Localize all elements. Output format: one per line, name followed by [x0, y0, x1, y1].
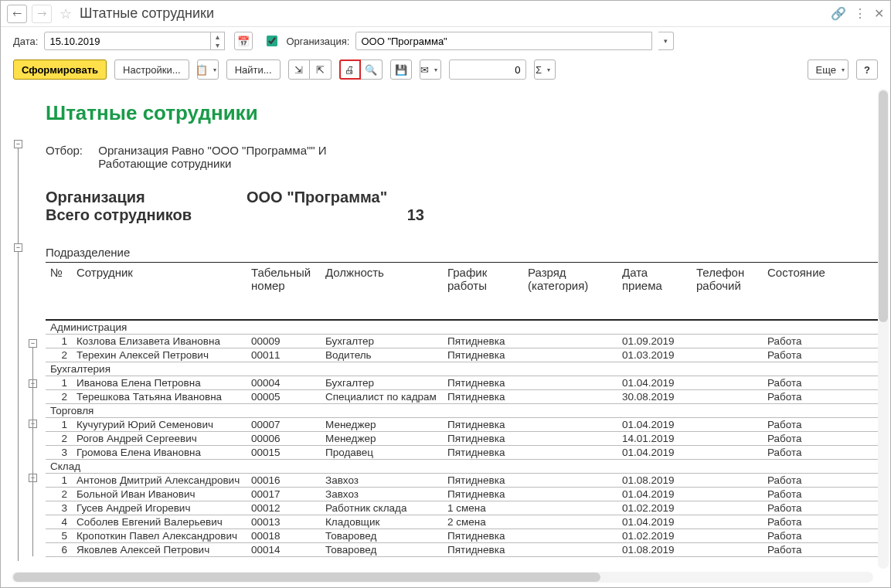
- cell-state: Работа: [763, 376, 879, 389]
- table-row[interactable]: 1Антонов Дмитрий Александрович00016Завхо…: [46, 473, 879, 487]
- cell-state: Работа: [763, 529, 879, 542]
- date-label: Дата:: [13, 36, 38, 47]
- cell-hired: 30.08.2019: [617, 389, 692, 403]
- collapse-toggle-icon[interactable]: −: [14, 140, 22, 148]
- cell-hired: 01.02.2019: [617, 501, 692, 515]
- report-title: Штатные сотрудники: [46, 101, 879, 125]
- variants-button[interactable]: 📋▾: [197, 59, 219, 80]
- cell-pos: Завхоз: [321, 473, 443, 487]
- collapse-toggle-icon[interactable]: −: [14, 243, 22, 252]
- cell-emp: Терехин Алексей Петрович: [72, 348, 247, 362]
- cell-rank: [523, 487, 617, 501]
- cell-tab: 00006: [247, 431, 321, 445]
- collapse-toggle-icon[interactable]: −: [29, 339, 37, 348]
- cell-sched: Пятидневка: [443, 417, 523, 431]
- table-row[interactable]: 6Яковлев Алексей Петрович00014ТовароведП…: [46, 542, 879, 556]
- subdivision-label: Подразделение: [46, 246, 879, 259]
- save-button[interactable]: 💾: [390, 59, 412, 80]
- cell-tab: 00018: [247, 529, 321, 542]
- cell-state: Работа: [763, 431, 879, 445]
- more-button[interactable]: Еще▾: [808, 59, 848, 80]
- cell-tab: 00011: [247, 348, 321, 362]
- cell-rank: [523, 515, 617, 529]
- table-row[interactable]: 3Гусев Андрей Игоревич00012Работник скла…: [46, 501, 879, 515]
- find-button[interactable]: Найти...: [226, 59, 281, 80]
- cell-sched: 1 смена: [443, 501, 523, 515]
- table-row[interactable]: 2Терехин Алексей Петрович00011ВодительПя…: [46, 348, 879, 362]
- calendar-icon[interactable]: 📅: [234, 32, 253, 50]
- cell-sched: Пятидневка: [443, 389, 523, 403]
- table-row[interactable]: 1Кучугурий Юрий Семенович00007МенеджерПя…: [46, 417, 879, 431]
- cell-tab: 00013: [247, 515, 321, 529]
- print-button[interactable]: 🖨: [339, 59, 361, 80]
- cell-pos: Менеджер: [321, 431, 443, 445]
- cell-phone: [692, 529, 763, 542]
- cell-emp: Антонов Дмитрий Александрович: [72, 473, 247, 487]
- cell-phone: [692, 334, 763, 348]
- settings-button[interactable]: Настройки...: [114, 59, 189, 80]
- help-button[interactable]: ?: [856, 59, 878, 80]
- cell-rank: [523, 348, 617, 362]
- org-filter-checkbox[interactable]: [267, 36, 277, 46]
- collapse-all-button[interactable]: ⇱: [310, 59, 332, 80]
- cell-pos: Менеджер: [321, 417, 443, 431]
- close-icon[interactable]: ✕: [874, 6, 884, 21]
- cell-emp: Больной Иван Иванович: [72, 487, 247, 501]
- nav-forward-button[interactable]: 🡒: [32, 5, 52, 23]
- cell-phone: [692, 348, 763, 362]
- cell-hired: 01.08.2019: [617, 473, 692, 487]
- cell-tab: 00015: [247, 445, 321, 459]
- cell-n: 2: [46, 487, 72, 501]
- cell-emp: Терешкова Татьяна Ивановна: [72, 389, 247, 403]
- cell-n: 5: [46, 529, 72, 542]
- cell-hired: 01.04.2019: [617, 445, 692, 459]
- org-input[interactable]: [355, 32, 652, 50]
- org-dropdown-icon[interactable]: ▾: [658, 32, 674, 50]
- table-row[interactable]: 5Кропоткин Павел Александрович00018Товар…: [46, 529, 879, 542]
- favorite-star-icon[interactable]: ☆: [60, 5, 72, 22]
- cell-hired: 01.04.2019: [617, 417, 692, 431]
- table-row[interactable]: 4Соболев Евгений Валерьевич00013Кладовщи…: [46, 515, 879, 529]
- print-preview-button[interactable]: 🔍: [361, 59, 383, 80]
- paste-icon: 📋: [196, 64, 208, 76]
- table-row[interactable]: 2Больной Иван Иванович00017ЗавхозПятидне…: [46, 487, 879, 501]
- total-label: Всего сотрудников: [46, 206, 247, 224]
- cell-n: 3: [46, 445, 72, 459]
- cell-n: 1: [46, 473, 72, 487]
- date-spinner[interactable]: ▴▾: [211, 32, 225, 50]
- table-row[interactable]: 2Терешкова Татьяна Ивановна00005Специали…: [46, 389, 879, 403]
- nav-back-button[interactable]: 🡐: [7, 5, 27, 23]
- table-row[interactable]: 1Иванова Елена Петровна00004БухгалтерПят…: [46, 376, 879, 389]
- kebab-menu-icon[interactable]: ⋮: [854, 6, 866, 21]
- cell-tab: 00009: [247, 334, 321, 348]
- horizontal-scrollbar[interactable]: [12, 572, 873, 583]
- cell-state: Работа: [763, 389, 879, 403]
- table-row[interactable]: 2Рогов Андрей Сергеевич00006МенеджерПяти…: [46, 431, 879, 445]
- printer-icon: 🖨: [345, 64, 355, 76]
- link-icon[interactable]: 🔗: [831, 6, 846, 21]
- table-row[interactable]: 3Громова Елена Ивановна00015ПродавецПяти…: [46, 445, 879, 459]
- employees-table: №СотрудникТабельный номерДолжностьГрафик…: [46, 262, 879, 557]
- cell-state: Работа: [763, 487, 879, 501]
- group-name: Администрация: [46, 320, 879, 335]
- cell-state: Работа: [763, 417, 879, 431]
- cell-tab: 00007: [247, 417, 321, 431]
- cell-n: 2: [46, 348, 72, 362]
- group-name: Склад: [46, 459, 879, 473]
- vertical-scrollbar[interactable]: [878, 89, 889, 569]
- sum-button[interactable]: Σ▾: [534, 59, 556, 80]
- date-input[interactable]: [44, 32, 211, 50]
- cell-sched: Пятидневка: [443, 445, 523, 459]
- cell-pos: Кладовщик: [321, 515, 443, 529]
- copies-input[interactable]: [449, 59, 526, 80]
- cell-rank: [523, 376, 617, 389]
- send-button[interactable]: ✉▾: [420, 59, 441, 80]
- sigma-icon: Σ: [536, 64, 542, 76]
- cell-emp: Гусев Андрей Игоревич: [72, 501, 247, 515]
- run-report-button[interactable]: Сформировать: [13, 59, 107, 80]
- cell-tab: 00005: [247, 389, 321, 403]
- cell-sched: Пятидневка: [443, 334, 523, 348]
- expand-all-button[interactable]: ⇲: [288, 59, 310, 80]
- table-row[interactable]: 1Козлова Елизавета Ивановна00009Бухгалте…: [46, 334, 879, 348]
- cell-emp: Козлова Елизавета Ивановна: [72, 334, 247, 348]
